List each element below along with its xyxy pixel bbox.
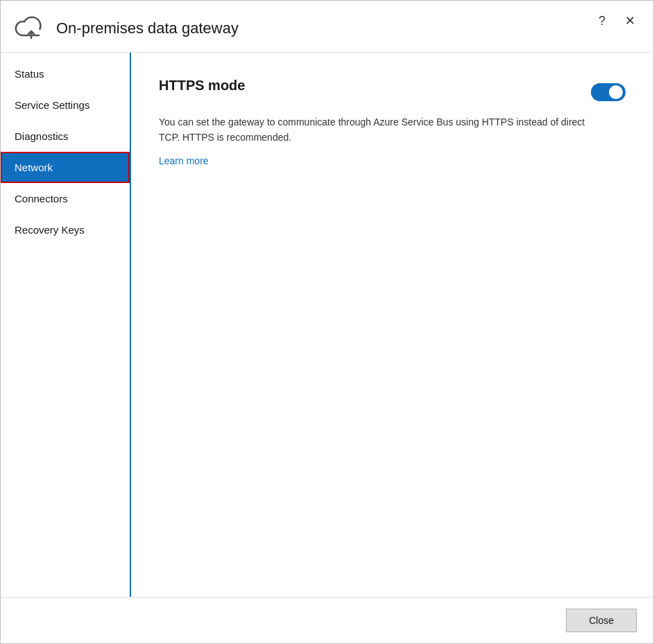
content-area: Status Service Settings Diagnostics Netw… bbox=[1, 53, 653, 597]
https-header-row: HTTPS mode bbox=[159, 78, 626, 105]
sidebar-item-recovery-keys[interactable]: Recovery Keys bbox=[1, 214, 130, 245]
sidebar-item-service-settings[interactable]: Service Settings bbox=[1, 89, 130, 121]
sidebar-item-network[interactable]: Network bbox=[1, 152, 130, 183]
footer: Close bbox=[1, 597, 653, 643]
https-description: You can set the gateway to communicate t… bbox=[159, 114, 589, 146]
title-bar-left: On-premises data gateway bbox=[15, 12, 594, 45]
help-button[interactable]: ? bbox=[594, 13, 610, 28]
sidebar-item-status[interactable]: Status bbox=[1, 58, 130, 89]
close-button[interactable]: Close bbox=[566, 609, 637, 632]
sidebar-item-diagnostics[interactable]: Diagnostics bbox=[1, 121, 130, 152]
title-bar-actions: ? ✕ bbox=[594, 12, 639, 28]
app-window: On-premises data gateway ? ✕ Status Serv… bbox=[0, 0, 654, 644]
sidebar: Status Service Settings Diagnostics Netw… bbox=[1, 53, 131, 597]
toggle-slider bbox=[591, 83, 626, 101]
sidebar-item-connectors[interactable]: Connectors bbox=[1, 183, 130, 214]
learn-more-link[interactable]: Learn more bbox=[159, 155, 626, 166]
https-mode-toggle[interactable] bbox=[591, 83, 626, 101]
app-icon bbox=[15, 12, 48, 45]
close-window-button[interactable]: ✕ bbox=[621, 13, 639, 28]
app-title: On-premises data gateway bbox=[56, 19, 239, 37]
main-content: HTTPS mode You can set the gateway to co… bbox=[131, 53, 653, 597]
title-bar: On-premises data gateway ? ✕ bbox=[1, 1, 653, 53]
section-title: HTTPS mode bbox=[159, 78, 245, 94]
